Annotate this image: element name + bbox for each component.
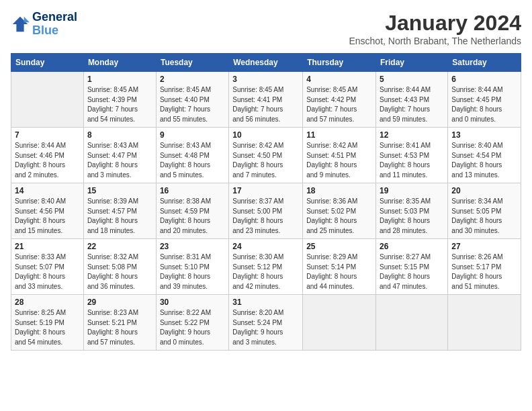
calendar-week-row: 1Sunrise: 8:45 AM Sunset: 4:39 PM Daylig… (11, 72, 521, 128)
day-number: 21 (15, 242, 80, 251)
calendar-cell: 7Sunrise: 8:44 AM Sunset: 4:46 PM Daylig… (11, 128, 84, 183)
calendar-cell: 11Sunrise: 8:42 AM Sunset: 4:51 PM Dayli… (303, 128, 376, 183)
day-number: 6 (451, 75, 517, 84)
calendar-cell: 12Sunrise: 8:41 AM Sunset: 4:53 PM Dayli… (376, 128, 448, 183)
calendar-cell: 24Sunrise: 8:30 AM Sunset: 5:12 PM Dayli… (229, 239, 303, 295)
calendar-cell: 16Sunrise: 8:38 AM Sunset: 4:59 PM Dayli… (156, 183, 228, 239)
day-detail: Sunrise: 8:38 AM Sunset: 4:59 PM Dayligh… (160, 197, 225, 236)
calendar-cell: 23Sunrise: 8:31 AM Sunset: 5:10 PM Dayli… (156, 239, 228, 295)
day-detail: Sunrise: 8:40 AM Sunset: 4:56 PM Dayligh… (15, 197, 80, 236)
day-number: 14 (15, 186, 80, 195)
day-detail: Sunrise: 8:20 AM Sunset: 5:24 PM Dayligh… (232, 308, 299, 347)
day-detail: Sunrise: 8:44 AM Sunset: 4:46 PM Dayligh… (15, 141, 80, 180)
calendar-cell: 3Sunrise: 8:45 AM Sunset: 4:41 PM Daylig… (229, 72, 303, 128)
calendar-body: 1Sunrise: 8:45 AM Sunset: 4:39 PM Daylig… (11, 72, 521, 351)
day-number: 28 (15, 298, 80, 307)
day-detail: Sunrise: 8:31 AM Sunset: 5:10 PM Dayligh… (160, 253, 225, 291)
calendar-cell: 21Sunrise: 8:33 AM Sunset: 5:07 PM Dayli… (11, 239, 84, 295)
day-number: 25 (306, 242, 372, 251)
calendar-cell: 10Sunrise: 8:42 AM Sunset: 4:50 PM Dayli… (229, 128, 303, 183)
calendar-cell: 20Sunrise: 8:34 AM Sunset: 5:05 PM Dayli… (448, 183, 521, 239)
day-of-week-header: Tuesday (156, 54, 228, 72)
calendar-cell (11, 72, 84, 128)
day-detail: Sunrise: 8:45 AM Sunset: 4:40 PM Dayligh… (160, 85, 225, 124)
page-header: General Blue January 2024 Enschot, North… (11, 11, 521, 46)
day-detail: Sunrise: 8:45 AM Sunset: 4:41 PM Dayligh… (232, 85, 299, 124)
calendar-cell: 8Sunrise: 8:43 AM Sunset: 4:47 PM Daylig… (83, 128, 156, 183)
calendar-week-row: 28Sunrise: 8:25 AM Sunset: 5:19 PM Dayli… (11, 295, 521, 351)
svg-marker-1 (24, 17, 30, 22)
day-detail: Sunrise: 8:29 AM Sunset: 5:14 PM Dayligh… (306, 253, 372, 291)
day-number: 3 (232, 75, 299, 84)
day-number: 4 (306, 75, 372, 84)
day-of-week-header: Wednesday (229, 54, 303, 72)
calendar-cell: 26Sunrise: 8:27 AM Sunset: 5:15 PM Dayli… (376, 239, 448, 295)
day-of-week-header: Thursday (303, 54, 376, 72)
day-detail: Sunrise: 8:41 AM Sunset: 4:53 PM Dayligh… (380, 141, 444, 180)
day-number: 22 (87, 242, 152, 251)
calendar-cell: 4Sunrise: 8:45 AM Sunset: 4:42 PM Daylig… (303, 72, 376, 128)
calendar-cell: 19Sunrise: 8:35 AM Sunset: 5:03 PM Dayli… (376, 183, 448, 239)
day-number: 24 (232, 242, 299, 251)
day-number: 15 (87, 186, 152, 195)
day-of-week-header: Sunday (11, 54, 84, 72)
day-number: 1 (87, 75, 152, 84)
calendar-cell: 1Sunrise: 8:45 AM Sunset: 4:39 PM Daylig… (83, 72, 156, 128)
calendar-cell: 17Sunrise: 8:37 AM Sunset: 5:00 PM Dayli… (229, 183, 303, 239)
calendar-cell (303, 295, 376, 351)
day-detail: Sunrise: 8:35 AM Sunset: 5:03 PM Dayligh… (380, 197, 444, 236)
day-detail: Sunrise: 8:43 AM Sunset: 4:48 PM Dayligh… (160, 141, 225, 180)
day-number: 31 (232, 298, 299, 307)
day-number: 10 (232, 130, 299, 140)
day-detail: Sunrise: 8:32 AM Sunset: 5:08 PM Dayligh… (87, 253, 152, 291)
day-detail: Sunrise: 8:43 AM Sunset: 4:47 PM Dayligh… (87, 141, 152, 180)
day-detail: Sunrise: 8:23 AM Sunset: 5:21 PM Dayligh… (87, 308, 152, 347)
calendar-cell: 22Sunrise: 8:32 AM Sunset: 5:08 PM Dayli… (83, 239, 156, 295)
day-detail: Sunrise: 8:45 AM Sunset: 4:42 PM Dayligh… (306, 85, 372, 124)
calendar-cell: 9Sunrise: 8:43 AM Sunset: 4:48 PM Daylig… (156, 128, 228, 183)
day-detail: Sunrise: 8:22 AM Sunset: 5:22 PM Dayligh… (160, 308, 225, 347)
calendar-cell: 14Sunrise: 8:40 AM Sunset: 4:56 PM Dayli… (11, 183, 84, 239)
day-detail: Sunrise: 8:37 AM Sunset: 5:00 PM Dayligh… (232, 197, 299, 236)
logo-text: General Blue (32, 11, 77, 38)
day-number: 2 (160, 75, 225, 84)
day-detail: Sunrise: 8:36 AM Sunset: 5:02 PM Dayligh… (306, 197, 372, 236)
calendar-cell: 18Sunrise: 8:36 AM Sunset: 5:02 PM Dayli… (303, 183, 376, 239)
calendar-cell: 25Sunrise: 8:29 AM Sunset: 5:14 PM Dayli… (303, 239, 376, 295)
day-number: 13 (451, 130, 517, 140)
day-detail: Sunrise: 8:45 AM Sunset: 4:39 PM Dayligh… (87, 85, 152, 124)
day-of-week-header: Friday (376, 54, 448, 72)
day-detail: Sunrise: 8:44 AM Sunset: 4:43 PM Dayligh… (380, 85, 444, 124)
calendar-cell: 6Sunrise: 8:44 AM Sunset: 4:45 PM Daylig… (448, 72, 521, 128)
logo-icon (11, 15, 30, 34)
day-number: 18 (306, 186, 372, 195)
day-detail: Sunrise: 8:26 AM Sunset: 5:17 PM Dayligh… (451, 253, 517, 291)
day-detail: Sunrise: 8:33 AM Sunset: 5:07 PM Dayligh… (15, 253, 80, 291)
day-number: 12 (380, 130, 444, 140)
day-detail: Sunrise: 8:30 AM Sunset: 5:12 PM Dayligh… (232, 253, 299, 291)
day-detail: Sunrise: 8:27 AM Sunset: 5:15 PM Dayligh… (380, 253, 444, 291)
calendar-week-row: 7Sunrise: 8:44 AM Sunset: 4:46 PM Daylig… (11, 128, 521, 183)
day-number: 19 (380, 186, 444, 195)
day-number: 16 (160, 186, 225, 195)
calendar-cell: 13Sunrise: 8:40 AM Sunset: 4:54 PM Dayli… (448, 128, 521, 183)
day-number: 30 (160, 298, 225, 307)
calendar-cell: 30Sunrise: 8:22 AM Sunset: 5:22 PM Dayli… (156, 295, 228, 351)
calendar-cell: 28Sunrise: 8:25 AM Sunset: 5:19 PM Dayli… (11, 295, 84, 351)
calendar-cell (448, 295, 521, 351)
day-number: 7 (15, 130, 80, 140)
calendar-cell: 27Sunrise: 8:26 AM Sunset: 5:17 PM Dayli… (448, 239, 521, 295)
day-number: 8 (87, 130, 152, 140)
calendar-title: January 2024 (349, 11, 521, 36)
logo: General Blue (11, 11, 77, 38)
day-number: 9 (160, 130, 225, 140)
calendar-cell: 5Sunrise: 8:44 AM Sunset: 4:43 PM Daylig… (376, 72, 448, 128)
day-number: 23 (160, 242, 225, 251)
calendar-cell: 29Sunrise: 8:23 AM Sunset: 5:21 PM Dayli… (83, 295, 156, 351)
calendar-subtitle: Enschot, North Brabant, The Netherlands (349, 36, 521, 46)
calendar-cell: 15Sunrise: 8:39 AM Sunset: 4:57 PM Dayli… (83, 183, 156, 239)
day-number: 17 (232, 186, 299, 195)
calendar-week-row: 14Sunrise: 8:40 AM Sunset: 4:56 PM Dayli… (11, 183, 521, 239)
day-detail: Sunrise: 8:25 AM Sunset: 5:19 PM Dayligh… (15, 308, 80, 347)
calendar-cell: 31Sunrise: 8:20 AM Sunset: 5:24 PM Dayli… (229, 295, 303, 351)
